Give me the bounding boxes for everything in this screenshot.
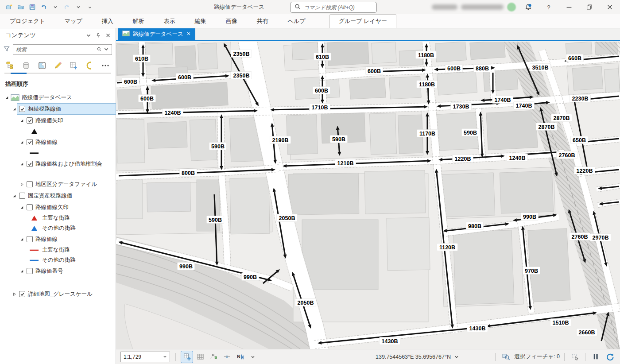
layer-item-6[interactable]: 路線価格および借地権割合: [0, 158, 116, 170]
ribbon-tabs: プロジェクトマップ挿入解析表示編集画像共有ヘルプ: [0, 14, 315, 28]
ribbon-tab-7[interactable]: 共有: [257, 14, 268, 28]
command-search[interactable]: [290, 2, 377, 13]
vertices-icon[interactable]: [208, 351, 219, 363]
account-user-redacted[interactable]: [414, 2, 516, 12]
layer-item-1[interactable]: 相続税路線価: [0, 103, 116, 115]
layer-label: 路線価格および借地権割合: [35, 160, 102, 168]
list-by-drawing-order-icon[interactable]: [4, 60, 16, 71]
expander-open-icon[interactable]: [4, 94, 10, 101]
layer-item-0[interactable]: 路線価データベース: [0, 92, 116, 103]
layer-checkbox[interactable]: [27, 117, 33, 124]
chevron-down-icon[interactable]: [50, 2, 60, 12]
expander-open-icon[interactable]: [19, 117, 25, 124]
layer-checkbox[interactable]: [27, 236, 33, 242]
ribbon-tab-3[interactable]: 解析: [133, 14, 144, 28]
layer-checkbox[interactable]: [19, 193, 25, 199]
coordinates-display[interactable]: 139.7544563°E 35.6956767°N: [311, 354, 523, 360]
svg-text:1210B: 1210B: [337, 160, 354, 167]
expander-closed-icon[interactable]: [19, 181, 25, 187]
layer-checkbox[interactable]: [27, 268, 33, 274]
list-by-snapping-icon[interactable]: [84, 60, 95, 71]
layer-item-8[interactable]: 地区区分データファイル: [0, 178, 116, 190]
command-search-input[interactable]: [304, 4, 373, 11]
svg-text:600B: 600B: [368, 68, 381, 74]
expander-open-icon[interactable]: [19, 268, 25, 274]
ribbon-tab-4[interactable]: 表示: [164, 14, 175, 28]
layer-item-18[interactable]: 詳細地図_グレースケール: [0, 288, 116, 300]
undo-icon[interactable]: [39, 2, 49, 12]
help-icon[interactable]: ?: [539, 0, 559, 14]
expander-closed-icon[interactable]: [11, 291, 17, 297]
expander-open-icon[interactable]: [11, 106, 17, 112]
panel-close-icon[interactable]: [103, 31, 113, 40]
layer-label: 固定資産税路線価: [28, 192, 72, 200]
layer-checkbox[interactable]: [19, 106, 25, 112]
expander-open-icon[interactable]: [19, 204, 25, 210]
layer-checkbox[interactable]: [27, 204, 33, 210]
svg-text:1240B: 1240B: [509, 155, 526, 161]
toc-search-input[interactable]: [16, 46, 95, 53]
open-project-icon[interactable]: [16, 2, 26, 12]
layer-item-2[interactable]: 路線価矢印: [0, 115, 116, 126]
north-icon[interactable]: N: [234, 351, 246, 363]
layer-checkbox[interactable]: [19, 291, 25, 297]
chevron-down-icon[interactable]: [74, 2, 83, 12]
layer-item-13[interactable]: 路線価線: [0, 233, 116, 245]
expander-open-icon[interactable]: [19, 139, 25, 145]
expander-open-icon[interactable]: [11, 193, 17, 199]
layer-checkbox[interactable]: [27, 139, 33, 145]
restore-icon[interactable]: [579, 0, 600, 14]
save-project-icon[interactable]: [27, 2, 37, 12]
svg-text:600B: 600B: [140, 96, 154, 102]
expander-open-icon[interactable]: [19, 236, 25, 242]
north-chevron-icon[interactable]: [249, 351, 256, 363]
list-by-editing-icon[interactable]: [52, 60, 64, 71]
layer-checkbox[interactable]: [27, 161, 33, 167]
customize-qat-icon[interactable]: [85, 2, 95, 12]
ribbon-tab-2[interactable]: 挿入: [102, 14, 113, 28]
grid-icon[interactable]: [194, 351, 206, 363]
list-by-labeling-icon[interactable]: [68, 60, 79, 71]
toc-search-box[interactable]: [13, 44, 112, 55]
layout-add-icon[interactable]: [181, 351, 193, 363]
scale-combobox[interactable]: 1:1,729: [120, 352, 170, 362]
redo-icon[interactable]: [62, 2, 72, 12]
layer-item-10[interactable]: 路線価線矢印: [0, 201, 116, 213]
minimize-icon[interactable]: [559, 0, 579, 14]
map-tab-active[interactable]: 路線価データベース: [118, 28, 195, 40]
layer-item-16[interactable]: 路線価番号: [0, 265, 116, 277]
ribbon-tab-6[interactable]: 画像: [226, 14, 237, 28]
line-blue-icon: [29, 259, 39, 262]
layer-item-4[interactable]: 路線価線: [0, 136, 116, 148]
filter-funnel-icon[interactable]: [4, 46, 10, 54]
close-icon[interactable]: [600, 0, 620, 14]
tab-group-layer-contextual[interactable]: グループ レイヤー: [329, 14, 396, 28]
layer-checkbox[interactable]: [27, 181, 33, 187]
pause-icon[interactable]: [590, 351, 601, 363]
select-box-icon[interactable]: [569, 351, 581, 363]
chevron-down-icon[interactable]: [104, 46, 109, 53]
panel-chevron-down-icon[interactable]: [84, 31, 93, 40]
ribbon-tab-0[interactable]: プロジェクト: [10, 14, 45, 28]
svg-text:1510B: 1510B: [553, 320, 569, 326]
layer-item-9[interactable]: 固定資産税路線価: [0, 190, 116, 201]
ribbon-tab-8[interactable]: ヘルプ: [288, 14, 306, 28]
route-price-map[interactable]: 610B600B600B600B2350B2350B610B600B600B11…: [116, 42, 620, 349]
layer-label: 路線価番号: [35, 267, 63, 275]
expander-open-icon[interactable]: [19, 161, 25, 167]
list-by-selection-icon[interactable]: [36, 60, 48, 71]
line-red-icon: [29, 249, 39, 252]
ribbon-tab-5[interactable]: 編集: [195, 14, 206, 28]
ribbon-tab-1[interactable]: マップ: [65, 14, 82, 28]
legend-label: その他の街路: [42, 256, 76, 264]
refresh-icon[interactable]: [604, 351, 616, 363]
snap-cross-icon[interactable]: [221, 351, 232, 363]
more-options-icon[interactable]: [100, 60, 111, 71]
svg-text:2660B: 2660B: [579, 329, 595, 336]
panel-pin-icon[interactable]: [93, 31, 103, 40]
map-tab-close-icon[interactable]: [186, 31, 191, 37]
new-project-icon[interactable]: [4, 2, 14, 12]
list-by-data-source-icon[interactable]: [20, 60, 32, 71]
notifications-icon[interactable]: [518, 0, 539, 14]
map-canvas[interactable]: 610B600B600B600B2350B2350B610B600B600B11…: [116, 42, 620, 349]
